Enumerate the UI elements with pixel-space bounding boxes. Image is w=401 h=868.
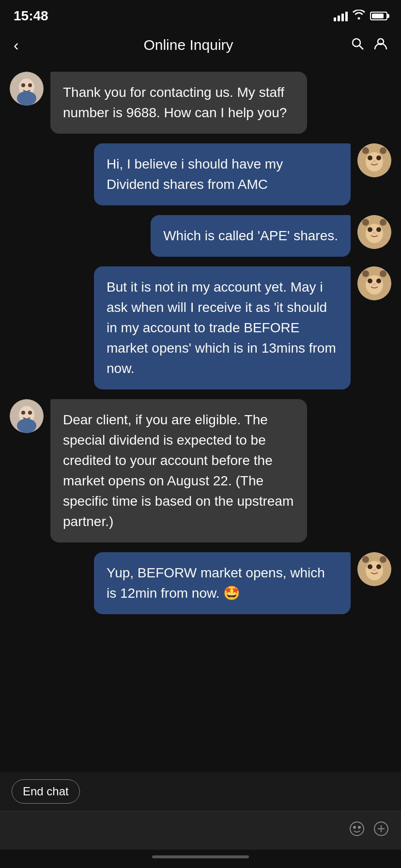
agent-bubble: Dear client, if you are eligible. The sp… xyxy=(50,399,307,542)
user-avatar xyxy=(357,143,391,177)
search-icon[interactable] xyxy=(351,37,364,54)
page-title: Online Inquiry xyxy=(38,37,339,53)
emoji-icon[interactable] xyxy=(349,821,365,841)
status-bar: 15:48 xyxy=(0,0,401,29)
svg-point-17 xyxy=(372,232,376,234)
agent-bubble: Thank you for contacting us. My staff nu… xyxy=(50,72,307,134)
status-time: 15:48 xyxy=(14,8,48,24)
svg-point-35 xyxy=(358,826,360,828)
chat-area: Thank you for contacting us. My staff nu… xyxy=(0,64,401,772)
message-text: Yup, BEFORW market opens, which is 12min… xyxy=(107,565,325,601)
battery-icon xyxy=(370,12,387,20)
end-chat-button[interactable]: End chat xyxy=(12,779,80,804)
svg-point-12 xyxy=(372,160,376,162)
user-bubble: Yup, BEFORW market opens, which is 12min… xyxy=(94,552,351,614)
svg-point-20 xyxy=(368,279,372,283)
message-text: Dear client, if you are eligible. The sp… xyxy=(63,412,293,529)
message-row: Which is called 'APE' shares. xyxy=(10,215,391,257)
user-bubble: Which is called 'APE' shares. xyxy=(151,215,351,257)
svg-point-26 xyxy=(28,411,32,415)
svg-point-5 xyxy=(21,83,25,87)
svg-point-33 xyxy=(350,822,364,836)
user-avatar xyxy=(357,266,391,300)
message-row: But it is not in my account yet. May i a… xyxy=(10,266,391,389)
svg-point-25 xyxy=(21,411,25,415)
svg-point-31 xyxy=(376,564,381,569)
user-bubble: But it is not in my account yet. May i a… xyxy=(94,266,351,389)
profile-icon[interactable] xyxy=(374,37,387,54)
cat-avatar-image xyxy=(357,215,391,249)
message-row: Dear client, if you are eligible. The sp… xyxy=(10,399,391,542)
svg-point-11 xyxy=(376,155,381,160)
home-bar xyxy=(152,855,249,858)
svg-point-32 xyxy=(372,569,376,571)
wifi-icon xyxy=(353,10,365,22)
agent-avatar xyxy=(10,72,44,106)
message-row: Hi, I believe i should have my Dividend … xyxy=(10,143,391,205)
message-text: But it is not in my account yet. May i a… xyxy=(107,279,336,376)
svg-point-30 xyxy=(368,564,372,569)
agent-avatar xyxy=(10,399,44,433)
message-input[interactable] xyxy=(12,820,341,841)
cat-avatar-image xyxy=(357,143,391,177)
svg-point-27 xyxy=(17,418,36,433)
svg-point-16 xyxy=(376,227,381,232)
add-icon[interactable] xyxy=(373,821,389,841)
status-icons xyxy=(334,10,387,22)
back-button[interactable]: ‹ xyxy=(14,36,38,54)
svg-point-6 xyxy=(28,83,32,87)
svg-point-10 xyxy=(368,155,372,160)
input-bar xyxy=(0,811,401,850)
message-text: Which is called 'APE' shares. xyxy=(163,228,338,243)
message-text: Thank you for contacting us. My staff nu… xyxy=(63,85,287,120)
svg-point-22 xyxy=(372,283,376,285)
cat-avatar-image xyxy=(357,266,391,300)
user-avatar xyxy=(357,215,391,249)
message-row: Thank you for contacting us. My staff nu… xyxy=(10,72,391,134)
message-row: Yup, BEFORW market opens, which is 12min… xyxy=(10,552,391,614)
cat-avatar-image xyxy=(357,552,391,586)
signal-icon xyxy=(334,11,348,21)
nav-header: ‹ Online Inquiry xyxy=(0,29,401,64)
svg-line-1 xyxy=(359,46,363,49)
svg-point-34 xyxy=(354,826,355,828)
message-text: Hi, I believe i should have my Dividend … xyxy=(107,156,283,192)
svg-point-21 xyxy=(376,279,381,283)
user-avatar xyxy=(357,552,391,586)
home-indicator xyxy=(0,850,401,868)
svg-point-15 xyxy=(368,227,372,232)
user-bubble: Hi, I believe i should have my Dividend … xyxy=(94,143,351,205)
svg-point-0 xyxy=(353,39,360,46)
svg-point-7 xyxy=(17,91,36,106)
bottom-action-bar: End chat xyxy=(0,772,401,811)
nav-actions xyxy=(339,37,387,54)
